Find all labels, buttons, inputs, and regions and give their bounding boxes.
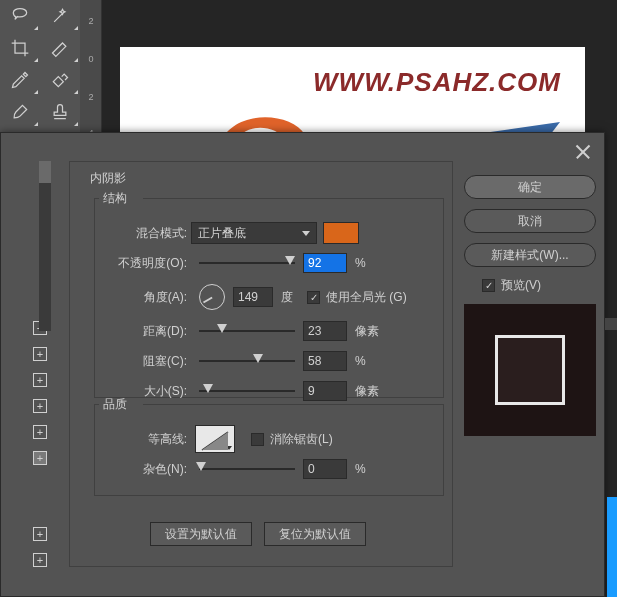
wand-tool[interactable] <box>40 0 80 32</box>
unit-label: 度 <box>281 289 293 306</box>
section-title: 内阴影 <box>90 170 126 187</box>
distance-input[interactable]: 23 <box>303 321 347 341</box>
add-style-icon[interactable]: + <box>33 425 47 439</box>
layer-style-dialog: + + + + + + + + 内阴影 结构 混合模式: 正片叠底 不透明度(O… <box>0 132 605 597</box>
contour-label: 等高线: <box>95 431 191 448</box>
distance-slider[interactable] <box>199 324 295 338</box>
slice-tool[interactable] <box>40 32 80 64</box>
size-input[interactable]: 9 <box>303 381 347 401</box>
ok-button[interactable]: 确定 <box>464 175 596 199</box>
chevron-down-icon <box>302 231 310 236</box>
preview-checkbox[interactable] <box>482 279 495 292</box>
choke-label: 阻塞(C): <box>95 353 191 370</box>
angle-label: 角度(A): <box>95 289 191 306</box>
unit-label: % <box>355 462 366 476</box>
opacity-slider[interactable] <box>199 256 295 270</box>
choke-slider[interactable] <box>199 354 295 368</box>
opacity-label: 不透明度(O): <box>95 255 191 272</box>
style-preview <box>464 304 596 436</box>
panel-edge <box>607 497 617 597</box>
lasso-tool[interactable] <box>0 0 40 32</box>
distance-label: 距离(D): <box>95 323 191 340</box>
blend-mode-select[interactable]: 正片叠底 <box>191 222 317 244</box>
unit-label: % <box>355 354 366 368</box>
add-style-icon[interactable]: + <box>33 373 47 387</box>
close-icon[interactable] <box>574 143 592 161</box>
add-style-icon[interactable]: + <box>33 347 47 361</box>
add-style-icon[interactable]: + <box>33 399 47 413</box>
global-light-label: 使用全局光 (G) <box>326 289 407 306</box>
unit-label: % <box>355 256 366 270</box>
crop-tool[interactable] <box>0 32 40 64</box>
contour-picker[interactable] <box>195 425 235 453</box>
eyedropper-tool[interactable] <box>0 64 40 96</box>
stamp-tool[interactable] <box>40 96 80 128</box>
add-style-icon[interactable]: + <box>33 553 47 567</box>
cancel-button[interactable]: 取消 <box>464 209 596 233</box>
noise-label: 杂色(N): <box>95 461 191 478</box>
settings-panel: 内阴影 结构 混合模式: 正片叠底 不透明度(O): 92 % 角度(A): 1… <box>69 161 453 567</box>
style-list-scrollbar[interactable] <box>39 161 51 331</box>
brush-tool[interactable] <box>0 96 40 128</box>
choke-input[interactable]: 58 <box>303 351 347 371</box>
unit-label: 像素 <box>355 383 379 400</box>
preview-label: 预览(V) <box>501 277 541 294</box>
antialias-label: 消除锯齿(L) <box>270 431 333 448</box>
unit-label: 像素 <box>355 323 379 340</box>
blend-mode-label: 混合模式: <box>95 225 191 242</box>
noise-slider[interactable] <box>199 462 295 476</box>
set-default-button[interactable]: 设置为默认值 <box>150 522 252 546</box>
noise-input[interactable]: 0 <box>303 459 347 479</box>
add-style-icon[interactable]: + <box>33 451 47 465</box>
reset-default-button[interactable]: 复位为默认值 <box>264 522 366 546</box>
angle-input[interactable]: 149 <box>233 287 273 307</box>
watermark-text: WWW.PSAHZ.COM <box>313 67 561 98</box>
add-style-icon[interactable]: + <box>33 527 47 541</box>
antialias-checkbox[interactable] <box>251 433 264 446</box>
angle-dial[interactable] <box>199 284 225 310</box>
opacity-input[interactable]: 92 <box>303 253 347 273</box>
global-light-checkbox[interactable] <box>307 291 320 304</box>
dialog-right-column: 确定 取消 新建样式(W)... 预览(V) <box>464 175 596 436</box>
color-swatch[interactable] <box>323 222 359 244</box>
size-slider[interactable] <box>199 384 295 398</box>
panel-tab-icon[interactable] <box>605 318 617 330</box>
style-list-column: + + + + + + + + <box>1 161 51 581</box>
new-style-button[interactable]: 新建样式(W)... <box>464 243 596 267</box>
heal-tool[interactable] <box>40 64 80 96</box>
